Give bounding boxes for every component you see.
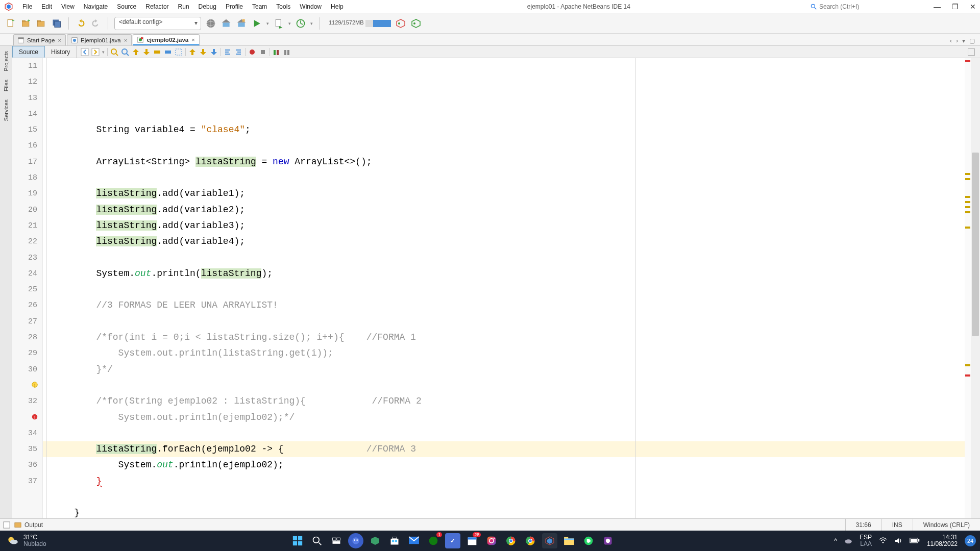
occurrence-marker[interactable] [965, 227, 970, 229]
prev-bookmark-icon[interactable] [132, 48, 140, 56]
clean-build-icon[interactable] [236, 18, 247, 29]
save-all-icon[interactable] [51, 18, 62, 29]
output-tab[interactable]: Output [24, 521, 43, 529]
profile-icon[interactable] [295, 18, 306, 29]
occurrence-marker[interactable] [965, 178, 970, 180]
macro-stop-icon[interactable] [259, 48, 267, 56]
new-file-icon[interactable]: + [5, 18, 16, 29]
next-bookmark-icon[interactable] [142, 48, 151, 56]
menu-window[interactable]: Window [296, 2, 326, 12]
gc-icon[interactable] [410, 18, 422, 29]
notification-badge[interactable]: 24 [965, 535, 976, 546]
wifi-icon[interactable] [879, 537, 887, 545]
error-marker[interactable] [965, 374, 970, 377]
debug-icon[interactable] [273, 18, 284, 29]
taskbar-weather[interactable]: 31°C Nublado [0, 534, 71, 547]
toggle-rect-icon[interactable] [175, 48, 183, 56]
tray-chevron-icon[interactable]: ^ [834, 537, 837, 544]
menu-edit[interactable]: Edit [37, 2, 56, 12]
comment-icon[interactable] [273, 48, 281, 56]
maximize-button[interactable]: ❐ [952, 3, 959, 11]
close-icon[interactable]: × [124, 37, 128, 43]
nav-back-icon[interactable] [81, 48, 89, 56]
memory-indicator[interactable]: 1129/1572MB [329, 19, 391, 27]
minimize-panel-icon[interactable] [3, 521, 10, 529]
quick-search[interactable] [810, 3, 922, 10]
menu-view[interactable]: View [57, 2, 79, 12]
find-prev-icon[interactable] [121, 48, 129, 56]
uncomment-icon[interactable] [283, 48, 291, 56]
taskbar-store-icon[interactable] [387, 533, 402, 548]
menu-source[interactable]: Source [113, 2, 140, 12]
undo-icon[interactable] [75, 18, 86, 29]
taskbar-mail-icon[interactable] [406, 533, 422, 548]
open-project-icon[interactable] [36, 18, 47, 29]
taskbar-app2-icon[interactable] [600, 533, 616, 548]
search-input[interactable] [819, 3, 896, 10]
taskbar-xbox-icon[interactable]: 1 [426, 533, 441, 548]
taskbar-netbeans-icon[interactable] [542, 533, 557, 548]
subtab-history[interactable]: History [45, 46, 77, 58]
volume-icon[interactable] [894, 537, 902, 545]
split-editor-icon[interactable] [968, 48, 975, 56]
toggle-highlight-icon[interactable] [153, 48, 161, 56]
macro-rec-icon[interactable] [248, 48, 256, 56]
side-tab-services[interactable]: Services [2, 96, 10, 124]
side-tab-files[interactable]: Files [2, 77, 10, 94]
scrollbar-thumb[interactable] [972, 153, 979, 336]
toggle-bookmark-icon[interactable] [164, 48, 172, 56]
minimize-button[interactable]: ― [934, 3, 941, 11]
tab-start-page[interactable]: Start Page × [13, 34, 66, 45]
error-marker[interactable] [965, 60, 970, 62]
occurrence-marker[interactable] [965, 211, 970, 213]
occurrence-marker[interactable] [965, 364, 970, 366]
tab-ejemplo02[interactable]: ejemplo02.java × [133, 34, 200, 45]
occurrence-marker[interactable] [965, 206, 970, 208]
menu-help[interactable]: Help [327, 2, 348, 12]
vertical-scrollbar[interactable] [971, 58, 980, 531]
run-icon[interactable] [251, 18, 262, 29]
side-tab-projects[interactable]: Projects [2, 48, 10, 74]
new-project-icon[interactable]: + [20, 18, 32, 29]
subtab-source[interactable]: Source [12, 46, 45, 58]
next-err-icon[interactable] [199, 48, 207, 56]
maximize-editor-icon[interactable]: ▢ [969, 37, 975, 44]
menu-debug[interactable]: Debug [194, 2, 220, 12]
taskbar-whatsapp-icon[interactable] [581, 533, 596, 548]
clock[interactable]: 14:3111/08/2022 [927, 534, 958, 547]
occurrence-marker[interactable] [965, 173, 970, 175]
browser-icon[interactable] [205, 18, 216, 29]
code-area[interactable]: String variable4 = "clase4"; ArrayList<S… [43, 58, 980, 531]
taskbar-chrome-icon[interactable] [503, 533, 519, 548]
menu-navigate[interactable]: Navigate [80, 2, 112, 12]
taskbar-calendar-icon[interactable]: 28 [464, 533, 480, 548]
taskbar-explorer-icon[interactable] [561, 533, 577, 548]
tab-list-icon[interactable]: ▾ [962, 37, 965, 44]
close-icon[interactable]: × [58, 37, 61, 43]
diff-icon[interactable] [210, 48, 218, 56]
menu-team[interactable]: Team [248, 2, 271, 12]
shift-right-icon[interactable] [234, 48, 242, 56]
prev-err-icon[interactable] [188, 48, 197, 56]
start-button[interactable] [290, 533, 305, 548]
tab-scroll-right-icon[interactable]: › [956, 37, 958, 44]
redo-icon[interactable] [90, 18, 102, 29]
close-icon[interactable]: × [191, 37, 195, 43]
error-stripe[interactable] [965, 58, 971, 531]
close-button[interactable]: ✕ [970, 3, 976, 11]
pause-gc-icon[interactable] [395, 18, 406, 29]
menu-tools[interactable]: Tools [272, 2, 295, 12]
menu-refactor[interactable]: Refactor [141, 2, 173, 12]
build-icon[interactable] [220, 18, 232, 29]
find-sel-icon[interactable] [110, 48, 118, 56]
nav-fwd-icon[interactable] [91, 48, 100, 56]
shift-left-icon[interactable] [224, 48, 232, 56]
code-editor[interactable]: 1112131415161718192021222324252627282930… [12, 58, 980, 531]
taskbar-chat-icon[interactable] [348, 533, 363, 548]
taskbar-chrome2-icon[interactable] [523, 533, 538, 548]
menu-run[interactable]: Run [174, 2, 193, 12]
tab-scroll-left-icon[interactable]: ‹ [950, 37, 952, 44]
occurrence-marker[interactable] [965, 201, 970, 203]
onedrive-icon[interactable] [844, 537, 852, 545]
task-view-icon[interactable] [329, 533, 344, 548]
